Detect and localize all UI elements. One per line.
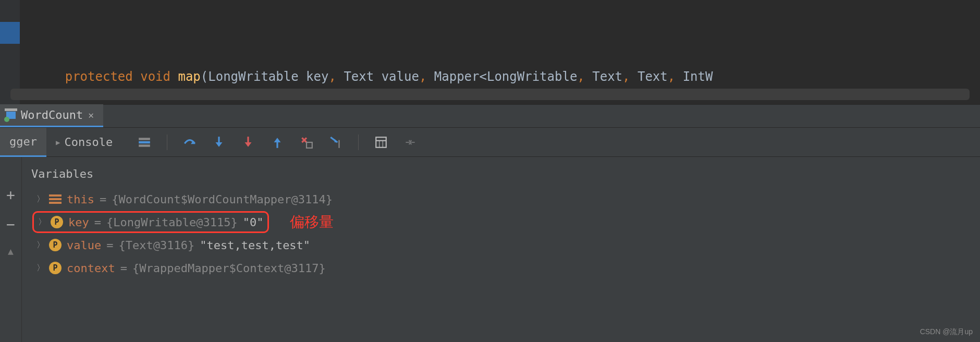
svg-rect-6 — [307, 142, 312, 148]
chevron-right-icon: ▶ — [56, 138, 60, 146]
trace-icon[interactable] — [403, 136, 417, 149]
variables-view[interactable]: Variables 〉 this = {WordCount$WordCountM… — [22, 157, 980, 342]
parameter-icon: P — [51, 216, 63, 228]
evaluate-icon[interactable] — [374, 136, 388, 149]
variable-row-value[interactable]: 〉 P value = {Text@3116} "test,test,test" — [29, 234, 980, 256]
add-watch-icon[interactable]: + — [6, 188, 15, 203]
gutter-highlight — [0, 22, 20, 44]
variable-row-this[interactable]: 〉 this = {WordCount$WordCountMapper@3114… — [29, 188, 980, 211]
run-tab-label: WordCount — [21, 108, 83, 121]
code-line-1: protected void map(LongWritable key, Tex… — [20, 44, 980, 66]
step-over-icon[interactable] — [183, 136, 197, 149]
run-config-tabs: WordCount ✕ — [0, 105, 980, 128]
step-into-icon[interactable] — [212, 136, 226, 149]
parameter-icon: P — [49, 239, 62, 251]
run-tab-wordcount[interactable]: WordCount ✕ — [0, 104, 103, 127]
watch-toolbar: + − ▲ — [0, 157, 22, 342]
horizontal-scrollbar[interactable] — [10, 89, 970, 100]
code-editor[interactable]: protected void map(LongWritable key, Tex… — [0, 0, 980, 104]
debugger-toolbar: gger ▶ Console — [0, 128, 980, 157]
drop-frame-icon[interactable] — [300, 136, 313, 149]
parameter-icon: P — [49, 262, 62, 274]
tab-debugger[interactable]: gger — [0, 128, 46, 157]
chevron-right-icon[interactable]: 〉 — [36, 240, 44, 251]
svg-rect-8 — [376, 137, 386, 148]
chevron-right-icon[interactable]: 〉 — [36, 263, 44, 274]
svg-rect-0 — [139, 141, 150, 143]
svg-rect-1 — [139, 138, 150, 140]
keyword-protected: protected — [65, 69, 133, 84]
method-name: map — [178, 69, 200, 84]
application-icon — [6, 112, 16, 119]
debug-panel: WordCount ✕ gger ▶ Console — [0, 104, 980, 342]
variable-row-key[interactable]: 〉 P key = {LongWritable@3115} "0" 偏移量 — [29, 211, 980, 234]
stack-icon[interactable] — [138, 136, 151, 149]
run-to-cursor-icon[interactable] — [329, 136, 342, 149]
svg-rect-2 — [139, 144, 150, 146]
annotation-text: 偏移量 — [290, 212, 334, 232]
tab-console[interactable]: ▶ Console — [46, 128, 122, 156]
force-step-into-icon[interactable] — [241, 136, 255, 149]
chevron-right-icon[interactable]: 〉 — [38, 217, 45, 228]
variables-title: Variables — [29, 164, 980, 188]
variable-row-context[interactable]: 〉 P context = {WrappedMapper$Context@311… — [29, 256, 980, 279]
chevron-right-icon[interactable]: 〉 — [36, 194, 44, 205]
object-icon — [49, 194, 62, 204]
highlight-box: 〉 P key = {LongWritable@3115} "0" — [32, 211, 269, 233]
remove-watch-icon[interactable]: − — [6, 217, 15, 232]
close-icon[interactable]: ✕ — [88, 109, 94, 120]
keyword-void: void — [140, 69, 170, 84]
watermark: CSDN @流月up — [920, 327, 973, 337]
move-up-icon[interactable]: ▲ — [8, 247, 14, 256]
step-out-icon[interactable] — [271, 136, 284, 149]
